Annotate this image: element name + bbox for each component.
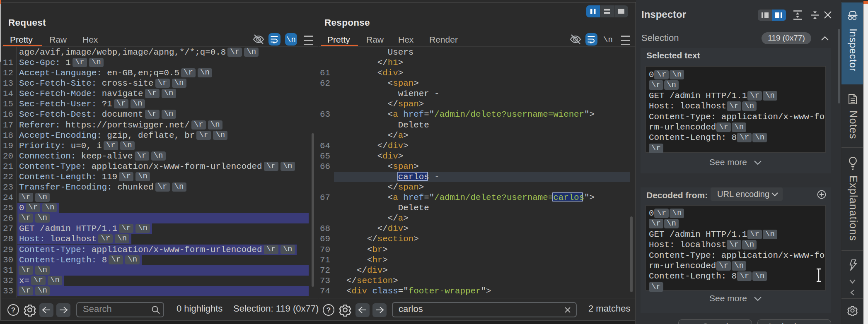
svg-text:?: ? — [326, 306, 331, 314]
svg-text:?: ? — [11, 306, 15, 314]
